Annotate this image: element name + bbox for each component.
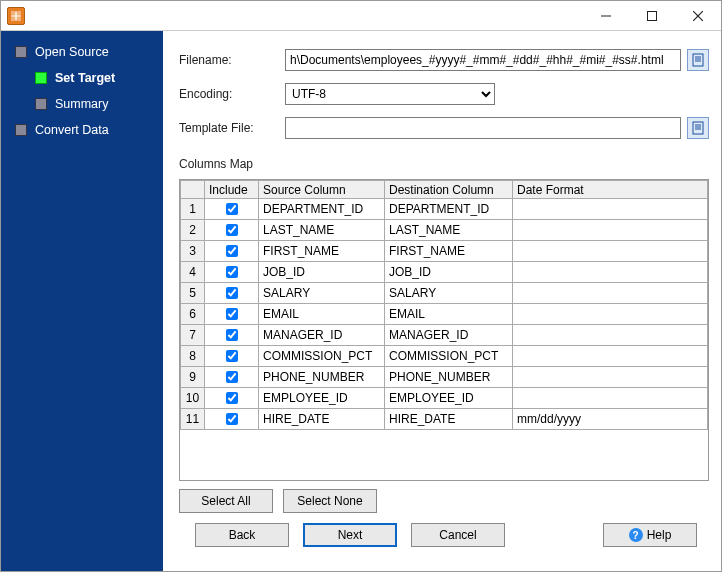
header-source[interactable]: Source Column	[259, 181, 385, 199]
wizard-window: Open SourceSet TargetSummaryConvert Data…	[0, 0, 722, 572]
cell-format[interactable]	[513, 262, 708, 283]
next-button[interactable]: Next	[303, 523, 397, 547]
cell-format[interactable]	[513, 304, 708, 325]
sidebar-item[interactable]: Open Source	[1, 39, 163, 65]
include-checkbox[interactable]	[226, 392, 238, 404]
table-row[interactable]: 7MANAGER_IDMANAGER_ID	[181, 325, 708, 346]
browse-template-icon[interactable]	[687, 117, 709, 139]
filename-input[interactable]	[285, 49, 681, 71]
cell-include[interactable]	[205, 262, 259, 283]
cell-source[interactable]: FIRST_NAME	[259, 241, 385, 262]
columns-map-table-wrap[interactable]: Include Source Column Destination Column…	[179, 179, 709, 481]
cell-dest[interactable]: EMAIL	[385, 304, 513, 325]
cell-include[interactable]	[205, 346, 259, 367]
include-checkbox[interactable]	[226, 287, 238, 299]
encoding-select[interactable]: UTF-8	[285, 83, 495, 105]
minimize-button[interactable]	[583, 1, 629, 30]
cell-dest[interactable]: JOB_ID	[385, 262, 513, 283]
help-label: Help	[647, 528, 672, 542]
header-format[interactable]: Date Format	[513, 181, 708, 199]
cell-include[interactable]	[205, 220, 259, 241]
cell-include[interactable]	[205, 241, 259, 262]
row-number: 5	[181, 283, 205, 304]
sidebar-item[interactable]: Convert Data	[1, 117, 163, 143]
cell-format[interactable]	[513, 367, 708, 388]
table-row[interactable]: 3FIRST_NAMEFIRST_NAME	[181, 241, 708, 262]
cell-format[interactable]	[513, 346, 708, 367]
step-marker-icon	[15, 124, 27, 136]
include-checkbox[interactable]	[226, 245, 238, 257]
maximize-button[interactable]	[629, 1, 675, 30]
include-checkbox[interactable]	[226, 224, 238, 236]
cell-dest[interactable]: PHONE_NUMBER	[385, 367, 513, 388]
cell-include[interactable]	[205, 283, 259, 304]
table-row[interactable]: 9PHONE_NUMBERPHONE_NUMBER	[181, 367, 708, 388]
include-checkbox[interactable]	[226, 266, 238, 278]
cell-format[interactable]	[513, 325, 708, 346]
cell-source[interactable]: LAST_NAME	[259, 220, 385, 241]
cell-dest[interactable]: HIRE_DATE	[385, 409, 513, 430]
table-row[interactable]: 4JOB_IDJOB_ID	[181, 262, 708, 283]
help-button[interactable]: ? Help	[603, 523, 697, 547]
back-button[interactable]: Back	[195, 523, 289, 547]
cell-dest[interactable]: EMPLOYEE_ID	[385, 388, 513, 409]
include-checkbox[interactable]	[226, 308, 238, 320]
cell-include[interactable]	[205, 409, 259, 430]
sidebar-item-label: Summary	[55, 97, 108, 111]
cell-include[interactable]	[205, 304, 259, 325]
template-input[interactable]	[285, 117, 681, 139]
cell-format[interactable]	[513, 220, 708, 241]
cell-include[interactable]	[205, 199, 259, 220]
cell-dest[interactable]: SALARY	[385, 283, 513, 304]
cell-source[interactable]: MANAGER_ID	[259, 325, 385, 346]
cell-dest[interactable]: LAST_NAME	[385, 220, 513, 241]
include-checkbox[interactable]	[226, 329, 238, 341]
cell-include[interactable]	[205, 325, 259, 346]
cell-format[interactable]	[513, 388, 708, 409]
cell-source[interactable]: SALARY	[259, 283, 385, 304]
select-all-button[interactable]: Select All	[179, 489, 273, 513]
cell-source[interactable]: EMPLOYEE_ID	[259, 388, 385, 409]
cell-include[interactable]	[205, 388, 259, 409]
cell-source[interactable]: DEPARTMENT_ID	[259, 199, 385, 220]
sidebar-item[interactable]: Summary	[1, 91, 163, 117]
cell-source[interactable]: HIRE_DATE	[259, 409, 385, 430]
include-checkbox[interactable]	[226, 413, 238, 425]
cell-format[interactable]: mm/dd/yyyy	[513, 409, 708, 430]
cell-format[interactable]	[513, 283, 708, 304]
cell-format[interactable]	[513, 199, 708, 220]
row-number: 2	[181, 220, 205, 241]
include-checkbox[interactable]	[226, 350, 238, 362]
content-pane: Filename: Encoding: UTF-8 Template File:	[163, 31, 721, 571]
include-checkbox[interactable]	[226, 371, 238, 383]
sidebar-item[interactable]: Set Target	[1, 65, 163, 91]
titlebar	[1, 1, 721, 31]
browse-file-icon[interactable]	[687, 49, 709, 71]
table-row[interactable]: 11HIRE_DATEHIRE_DATEmm/dd/yyyy	[181, 409, 708, 430]
cell-source[interactable]: COMMISSION_PCT	[259, 346, 385, 367]
columns-map-table: Include Source Column Destination Column…	[180, 180, 708, 430]
row-number: 8	[181, 346, 205, 367]
cell-source[interactable]: PHONE_NUMBER	[259, 367, 385, 388]
svg-rect-5	[693, 54, 703, 66]
cell-include[interactable]	[205, 367, 259, 388]
header-dest[interactable]: Destination Column	[385, 181, 513, 199]
cell-source[interactable]: JOB_ID	[259, 262, 385, 283]
cell-source[interactable]: EMAIL	[259, 304, 385, 325]
cell-dest[interactable]: MANAGER_ID	[385, 325, 513, 346]
cell-format[interactable]	[513, 241, 708, 262]
table-row[interactable]: 2LAST_NAMELAST_NAME	[181, 220, 708, 241]
include-checkbox[interactable]	[226, 203, 238, 215]
table-row[interactable]: 6EMAILEMAIL	[181, 304, 708, 325]
table-row[interactable]: 8COMMISSION_PCTCOMMISSION_PCT	[181, 346, 708, 367]
select-none-button[interactable]: Select None	[283, 489, 377, 513]
cancel-button[interactable]: Cancel	[411, 523, 505, 547]
table-row[interactable]: 10EMPLOYEE_IDEMPLOYEE_ID	[181, 388, 708, 409]
cell-dest[interactable]: DEPARTMENT_ID	[385, 199, 513, 220]
close-button[interactable]	[675, 1, 721, 30]
cell-dest[interactable]: COMMISSION_PCT	[385, 346, 513, 367]
table-row[interactable]: 5SALARYSALARY	[181, 283, 708, 304]
cell-dest[interactable]: FIRST_NAME	[385, 241, 513, 262]
table-row[interactable]: 1DEPARTMENT_IDDEPARTMENT_ID	[181, 199, 708, 220]
header-include[interactable]: Include	[205, 181, 259, 199]
